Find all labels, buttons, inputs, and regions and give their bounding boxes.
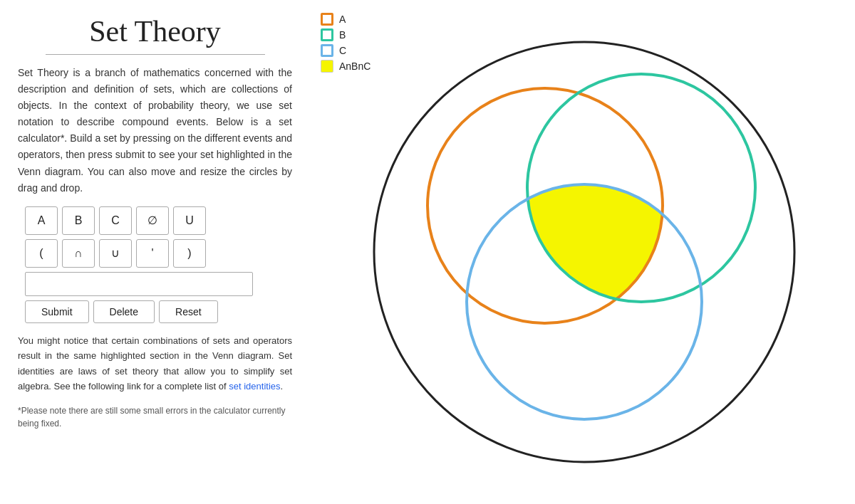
submit-button[interactable]: Submit xyxy=(25,300,89,323)
key-C[interactable]: C xyxy=(99,206,132,235)
key-B[interactable]: B xyxy=(62,206,95,235)
legend-swatch-B xyxy=(321,28,333,41)
delete-button[interactable]: Delete xyxy=(93,300,155,323)
key-A[interactable]: A xyxy=(25,206,58,235)
key-open-paren[interactable]: ( xyxy=(25,239,58,268)
description-p1: Set Theory is a branch of mathematics co… xyxy=(18,65,292,196)
action-row: Submit Delete Reset xyxy=(25,300,292,323)
title-section: Set Theory xyxy=(18,14,292,55)
legend-swatch-C xyxy=(321,44,333,57)
venn-diagram xyxy=(363,24,805,480)
footer-description: You might notice that certain combinatio… xyxy=(18,333,292,394)
key-row-1: A B C ∅ U xyxy=(25,206,292,235)
keyboard-section: A B C ∅ U ( ∩ ∪ ' ) Submit Delete Reset xyxy=(18,206,292,323)
legend-label-A: A xyxy=(339,14,346,25)
key-union[interactable]: ∪ xyxy=(99,239,132,268)
legend-swatch-A xyxy=(321,13,333,26)
key-intersection[interactable]: ∩ xyxy=(62,239,95,268)
legend-swatch-AnBnC xyxy=(321,60,333,73)
footer-text-end: . xyxy=(281,381,284,392)
right-panel: A B C AnBnC xyxy=(314,0,855,504)
left-panel: Set Theory Set Theory is a branch of mat… xyxy=(0,0,314,504)
key-empty-set[interactable]: ∅ xyxy=(136,206,169,235)
legend-label-B: B xyxy=(339,29,346,41)
venn-svg xyxy=(363,24,805,480)
title-divider xyxy=(46,54,265,55)
reset-button[interactable]: Reset xyxy=(159,300,218,323)
set-identities-link[interactable]: set identities xyxy=(229,381,280,392)
legend-label-C: C xyxy=(339,45,346,56)
key-complement[interactable]: ' xyxy=(136,239,169,268)
key-U[interactable]: U xyxy=(173,206,206,235)
key-row-2: ( ∩ ∪ ' ) xyxy=(25,239,292,268)
page-title: Set Theory xyxy=(18,14,292,48)
expression-input[interactable] xyxy=(25,272,253,296)
footnote: *Please note there are still some small … xyxy=(18,404,292,430)
key-close-paren[interactable]: ) xyxy=(173,239,206,268)
